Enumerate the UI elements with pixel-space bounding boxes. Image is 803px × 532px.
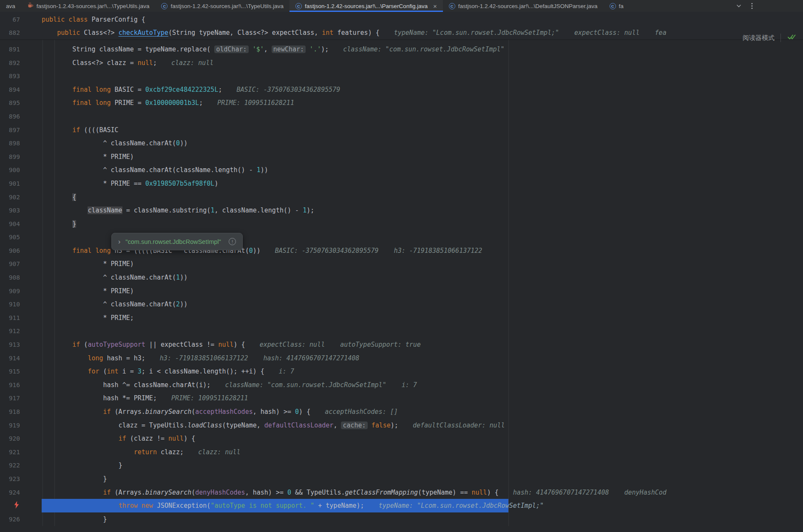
line-number-911[interactable]: 911 (0, 314, 42, 321)
code-line-912[interactable]: 912 (0, 325, 803, 338)
code-line-894[interactable]: 894 final long BASIC = 0xcbf29ce48422232… (0, 83, 803, 96)
code-line-913[interactable]: 913 if (autoTypeSupport || expectClass !… (0, 338, 803, 351)
code-line-903[interactable]: 903 className = className.substring(1, c… (0, 204, 803, 217)
code-line-895[interactable]: 895 final long PRIME = 0x100000001b3L;PR… (0, 96, 803, 110)
tab-partial-left[interactable]: ava (0, 0, 21, 12)
code-line-922[interactable]: 922 } (0, 459, 803, 473)
line-number-901[interactable]: 901 (0, 180, 42, 187)
line-number-893[interactable]: 893 (0, 73, 42, 79)
line-number-919[interactable]: 919 (0, 422, 42, 429)
line-number-894[interactable]: 894 (0, 86, 42, 93)
line-number-914[interactable]: 914 (0, 355, 42, 362)
code-text: * PRIME) (42, 287, 134, 295)
line-number-891[interactable]: 891 (0, 46, 42, 53)
line-number-920[interactable]: 920 (0, 435, 42, 442)
code-text: ^ className.charAt(1)) (42, 274, 187, 281)
code-line-920[interactable]: 920 if (clazz != null) { (0, 432, 803, 445)
code-line-909[interactable]: 909 * PRIME) (0, 284, 803, 298)
line-number-910[interactable]: 910 (0, 301, 42, 308)
close-icon[interactable]: × (433, 3, 437, 9)
line-number-908[interactable]: 908 (0, 274, 42, 281)
toolbar-divider (780, 34, 781, 42)
line-number-917[interactable]: 917 (0, 395, 42, 402)
code-line-904[interactable]: 904 } (0, 217, 803, 231)
line-number-899[interactable]: 899 (0, 153, 42, 160)
expand-chevron-icon[interactable]: › (118, 238, 120, 245)
line-number-918[interactable]: 918 (0, 408, 42, 415)
line-number-904[interactable]: 904 (0, 221, 42, 227)
code-line-908[interactable]: 908 ^ className.charAt(1)) (0, 271, 803, 284)
code-line-892[interactable]: 892 Class<?> clazz = null;clazz: null (0, 56, 803, 70)
inspections-ok-icon[interactable] (787, 33, 796, 42)
inline-debug-hint: hash: 4147696707147271408 (264, 354, 360, 362)
code-line-899[interactable]: 899 * PRIME) (0, 150, 803, 164)
tab-typeutils-1242[interactable]: Cfastjson-1.2.42-sources.jar!\...\TypeUt… (155, 0, 289, 12)
code-text: * PRIME) (42, 153, 134, 161)
line-number-903[interactable]: 903 (0, 207, 42, 214)
tab-label: fa (619, 3, 624, 9)
code-line-67[interactable]: 67public class ParserConfig { (0, 13, 803, 26)
code-text: } (42, 515, 107, 523)
line-number-898[interactable]: 898 (0, 140, 42, 147)
java-class-icon: C (295, 3, 302, 9)
code-line-921[interactable]: 921 return clazz;clazz: null (0, 445, 803, 459)
inline-debug-hint: BASIC: -3750763034362895579 (275, 247, 379, 255)
code-line-907[interactable]: 907 * PRIME) (0, 258, 803, 271)
code-line-891[interactable]: 891 String className = typeName.replace(… (0, 42, 803, 56)
line-number-909[interactable]: 909 (0, 288, 42, 294)
code-line-910[interactable]: 910 ^ className.charAt(2)) (0, 297, 803, 311)
tab-typeutils-1243[interactable]: fastjson-1.2.43-sources.jar!\...\TypeUti… (21, 0, 156, 12)
code-line-897[interactable]: 897 if ((((BASIC (0, 123, 803, 137)
code-line-898[interactable]: 898 ^ className.charAt(0)) (0, 136, 803, 150)
code-text: final long PRIME = 0x100000001b3L; (42, 99, 203, 107)
code-line-911[interactable]: 911 * PRIME; (0, 311, 803, 325)
debugger-value-tooltip: › "com.sun.rowset.JdbcRowSetImpl" ! (111, 233, 243, 250)
code-line-915[interactable]: 915 for (int i = 3; i < className.length… (0, 365, 803, 378)
code-text: className = className.substring(1, class… (42, 207, 314, 214)
kebab-menu-icon[interactable] (751, 3, 753, 9)
code-line-925[interactable]: throw new JSONException("autoType is not… (0, 499, 803, 512)
code-line-926[interactable]: 926 } (0, 512, 803, 526)
code-line-900[interactable]: 900 ^ className.charAt(className.length(… (0, 164, 803, 177)
line-number-882[interactable]: 882 (0, 29, 42, 36)
code-line-916[interactable]: 916 hash ^= className.charAt(i);classNam… (0, 378, 803, 392)
line-number-892[interactable]: 892 (0, 59, 42, 66)
code-line-893[interactable]: 893 (0, 69, 803, 83)
chevron-down-icon[interactable] (736, 3, 742, 9)
line-number-67[interactable]: 67 (0, 16, 42, 23)
line-number-915[interactable]: 915 (0, 368, 42, 375)
tab-partial-right[interactable]: Cfa (604, 0, 630, 12)
tab-parserconfig-1242[interactable]: Cfastjson-1.2.42-sources.jar!\...\Parser… (289, 0, 443, 12)
line-number-907[interactable]: 907 (0, 260, 42, 267)
code-line-901[interactable]: 901 * PRIME == 0x9198507b5af98f0L) (0, 177, 803, 190)
line-number-926[interactable]: 926 (0, 516, 42, 523)
line-number-912[interactable]: 912 (0, 328, 42, 334)
line-number-921[interactable]: 921 (0, 449, 42, 456)
code-text: throw new JSONException("autoType is not… (42, 502, 364, 509)
reader-mode-label[interactable]: 阅读器模式 (743, 34, 775, 42)
line-number-916[interactable]: 916 (0, 382, 42, 388)
code-line-914[interactable]: 914 long hash = h3;h3: -7191838510661371… (0, 351, 803, 365)
code-text: * PRIME == 0x9198507b5af98f0L) (42, 180, 218, 187)
code-line-919[interactable]: 919 clazz = TypeUtils.loadClass(typeName… (0, 419, 803, 432)
line-number-913[interactable]: 913 (0, 341, 42, 348)
code-line-882[interactable]: 882 public Class<?> checkAutoType(String… (0, 26, 803, 40)
code-text: } (42, 475, 107, 483)
tab-defaultjsonparser-1242[interactable]: Cfastjson-1.2.42-sources.jar!\...\Defaul… (443, 0, 604, 12)
line-number-896[interactable]: 896 (0, 113, 42, 120)
line-number-895[interactable]: 895 (0, 99, 42, 106)
line-number-906[interactable]: 906 (0, 247, 42, 254)
line-number-924[interactable]: 924 (0, 489, 42, 496)
line-number-923[interactable]: 923 (0, 475, 42, 482)
code-line-902[interactable]: 902 { (0, 190, 803, 204)
line-number-897[interactable]: 897 (0, 127, 42, 133)
line-number-905[interactable]: 905 (0, 234, 42, 241)
code-line-918[interactable]: 918 if (Arrays.binarySearch(acceptHashCo… (0, 405, 803, 419)
line-number-922[interactable]: 922 (0, 462, 42, 469)
code-line-923[interactable]: 923 } (0, 472, 803, 486)
code-line-924[interactable]: 924 if (Arrays.binarySearch(denyHashCode… (0, 486, 803, 499)
code-line-917[interactable]: 917 hash *= PRIME;PRIME: 1099511628211 (0, 392, 803, 405)
line-number-902[interactable]: 902 (0, 194, 42, 201)
line-number-900[interactable]: 900 (0, 167, 42, 173)
code-line-896[interactable]: 896 (0, 110, 803, 123)
